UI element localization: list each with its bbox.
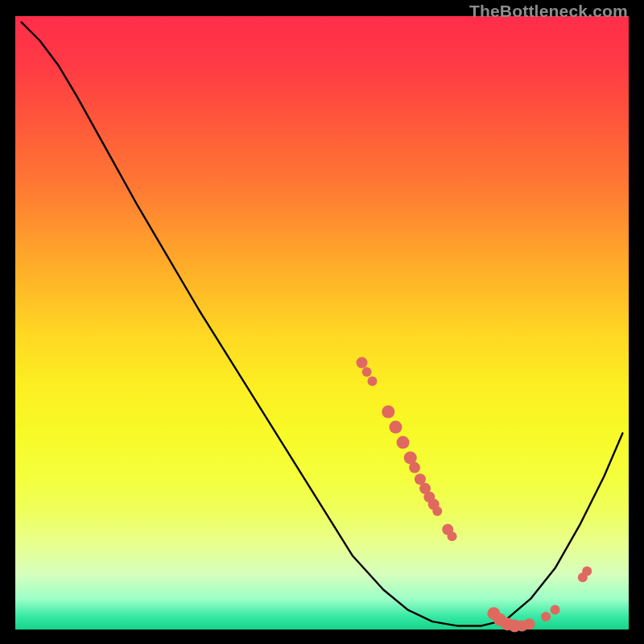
bottleneck-curve bbox=[22, 23, 623, 626]
data-marker-24 bbox=[582, 567, 592, 576]
data-marker-21 bbox=[541, 612, 551, 621]
data-marker-1 bbox=[362, 367, 372, 377]
data-marker-7 bbox=[409, 462, 420, 473]
data-marker-14 bbox=[448, 531, 457, 541]
data-marker-5 bbox=[397, 436, 410, 449]
data-marker-4 bbox=[389, 421, 402, 434]
data-marker-0 bbox=[357, 357, 368, 369]
data-marker-3 bbox=[382, 405, 394, 418]
chart-svg bbox=[15, 16, 629, 630]
chart-root: TheBottleneck.com bbox=[0, 0, 644, 644]
data-marker-12 bbox=[432, 506, 442, 516]
data-marker-20 bbox=[524, 618, 535, 630]
data-marker-22 bbox=[551, 605, 560, 615]
data-markers bbox=[357, 357, 592, 633]
data-marker-2 bbox=[367, 376, 377, 386]
